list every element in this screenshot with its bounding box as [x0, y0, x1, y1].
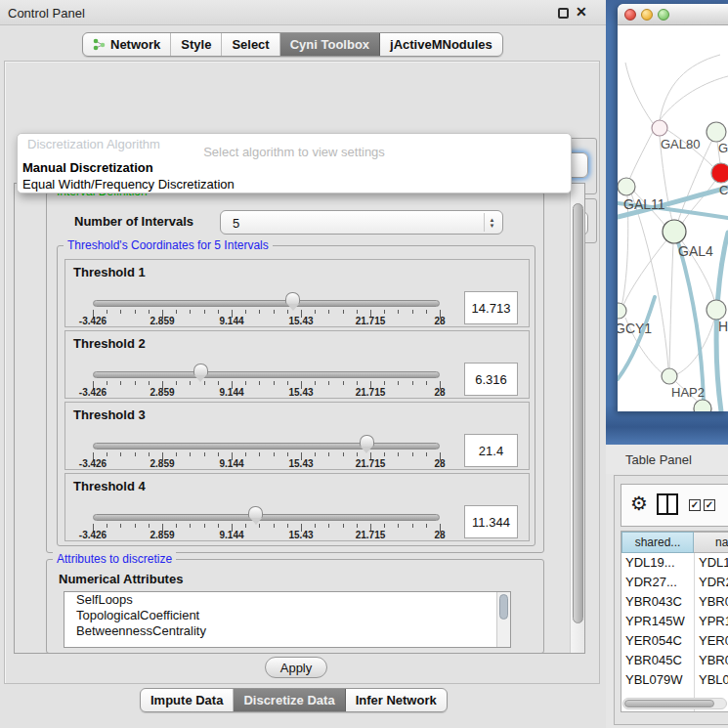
list-item[interactable]: SelfLoops	[64, 592, 510, 608]
mac-zoom-icon[interactable]	[658, 9, 669, 21]
numerical-attributes-list[interactable]: SelfLoopsTopologicalCoefficientBetweenne…	[64, 591, 511, 648]
table-row[interactable]: YDR27...YDR2	[621, 573, 728, 592]
scale-label: 9.144	[219, 316, 243, 326]
threshold-value-field[interactable]: 11.344	[464, 505, 518, 538]
table-row[interactable]: YDL19...YDL1	[621, 553, 728, 573]
network-node[interactable]	[694, 400, 711, 411]
node-table[interactable]: shared... na YDL19...YDL1YDR27...YDR2YBR…	[621, 531, 728, 712]
close-icon[interactable]: ✕	[576, 4, 587, 20]
tick-mark	[398, 381, 399, 385]
tick-mark	[357, 310, 358, 314]
table-toolbar: ⚙ ✓ ✓	[621, 484, 728, 527]
float-window-icon[interactable]	[558, 8, 569, 19]
tab-network[interactable]: Network	[83, 33, 171, 56]
network-node-gal4[interactable]	[663, 220, 686, 243]
stepper-arrows-icon[interactable]: ▲▼	[484, 213, 499, 232]
slider-track[interactable]	[93, 514, 440, 521]
tick-mark	[412, 381, 413, 385]
tab-label: Cyni Toolbox	[290, 37, 369, 52]
number-of-intervals-combobox[interactable]: 5 ▲▼	[220, 210, 503, 235]
tab-discretize-data[interactable]: Discretize Data	[234, 689, 345, 711]
mac-close-icon[interactable]	[624, 9, 636, 21]
tick-mark	[259, 310, 260, 314]
tick-mark	[218, 452, 219, 456]
checkbox-icon[interactable]: ✓	[689, 499, 701, 511]
table-row[interactable]: YBR043CYBR0	[621, 592, 728, 612]
slider-thumb[interactable]	[248, 506, 263, 518]
tick-mark	[176, 524, 177, 528]
slider-track[interactable]	[93, 371, 440, 378]
cell-shared-name: YDR27...	[625, 575, 677, 589]
tick-mark	[343, 524, 344, 528]
threshold-value-field[interactable]: 14.713	[464, 291, 518, 324]
tab-label: Select	[232, 37, 269, 52]
attributes-group: Attributes to discretize Numerical Attri…	[46, 559, 544, 654]
tick-mark	[274, 452, 275, 456]
algorithm-option-equal-width[interactable]: Equal Width/Frequency Discretization	[21, 176, 568, 193]
list-item[interactable]: TopologicalCoefficient	[64, 608, 510, 623]
tick-mark	[135, 524, 136, 528]
table-row[interactable]: YER054CYER0	[621, 631, 728, 651]
columns-icon[interactable]	[657, 493, 678, 515]
column-header-name[interactable]: na	[694, 532, 728, 553]
network-node-gcy1[interactable]	[618, 303, 626, 319]
table-row[interactable]: YBL079WYBL0	[621, 670, 728, 690]
column-header-shared[interactable]: shared...	[621, 532, 694, 553]
checkbox-icon[interactable]: ✓	[704, 499, 715, 511]
tab-select[interactable]: Select	[222, 33, 279, 56]
right-panel: GAL80GACGAL11GAL4GCY1HHAP2 Table Panel ⚙…	[606, 0, 728, 728]
list-scrollbar-thumb[interactable]	[499, 594, 508, 620]
tick-mark	[135, 452, 136, 456]
table-panel-title: Table Panel	[625, 452, 692, 467]
tab-label: jActiveMNodules	[390, 37, 492, 52]
apply-button[interactable]: Apply	[265, 657, 327, 678]
network-canvas[interactable]: GAL80GACGAL11GAL4GCY1HHAP2	[618, 25, 728, 411]
scale-label: 21.715	[356, 387, 386, 398]
desktop-background: GAL80GACGAL11GAL4GCY1HHAP2	[606, 0, 728, 445]
gear-icon[interactable]: ⚙	[630, 492, 648, 514]
slider-track[interactable]	[93, 443, 440, 450]
main-scrollbar-thumb[interactable]	[573, 203, 583, 623]
tab-style[interactable]: Style	[171, 33, 222, 56]
network-node-gal80[interactable]	[652, 120, 667, 136]
network-node-gal11[interactable]	[618, 178, 635, 195]
table-row[interactable]: YPR145WYPR1	[621, 612, 728, 631]
slider-thumb[interactable]	[360, 435, 374, 447]
tab-impute-data[interactable]: Impute Data	[141, 689, 234, 711]
threshold-value-field[interactable]: 6.316	[464, 363, 518, 396]
tab-cyni-toolbox[interactable]: Cyni Toolbox	[280, 33, 380, 56]
network-view-window: GAL80GACGAL11GAL4GCY1HHAP2	[618, 4, 728, 411]
scale-label: 2.859	[150, 387, 174, 398]
table-panel-header: Table Panel	[606, 445, 728, 474]
table-row[interactable]: YLR345WYLR3	[621, 690, 728, 694]
attributes-group-title: Attributes to discretize	[53, 552, 176, 566]
network-window-titlebar	[618, 4, 728, 25]
table-hscrollbar[interactable]	[622, 698, 727, 709]
threshold-value-field[interactable]: 21.4	[464, 434, 518, 467]
tick-mark	[274, 310, 275, 314]
scale-label: 2.859	[150, 316, 174, 326]
algorithm-option-manual[interactable]: Manual Discretization	[21, 159, 568, 176]
scale-label: 9.144	[219, 530, 243, 540]
network-node-ga[interactable]	[707, 122, 726, 142]
scale-label: 2.859	[150, 458, 174, 469]
list-item[interactable]: BetweennessCentrality	[64, 623, 510, 639]
tick-mark	[328, 452, 329, 456]
table-row[interactable]: YBR045CYBR0	[621, 651, 728, 670]
slider-track[interactable]	[93, 300, 440, 307]
tab-label: Style	[181, 37, 211, 52]
cell-shared-name: YLR345W	[625, 692, 683, 694]
list-scrollbar[interactable]	[496, 592, 510, 647]
tab-jactivemnodules[interactable]: jActiveMNodules	[380, 33, 502, 56]
numerical-attributes-label: Numerical Attributes	[59, 572, 183, 586]
slider-thumb[interactable]	[285, 292, 300, 304]
network-node-h[interactable]	[707, 300, 726, 320]
network-node-c[interactable]	[711, 163, 728, 183]
slider-thumb[interactable]	[193, 364, 208, 375]
main-scrollbar[interactable]	[570, 184, 584, 653]
network-node-hap2[interactable]	[662, 368, 677, 384]
tab-infer-network[interactable]: Infer Network	[346, 689, 447, 711]
mac-minimize-icon[interactable]	[641, 9, 653, 21]
tick-mark	[135, 310, 136, 314]
table-hscrollbar-thumb[interactable]	[624, 700, 714, 707]
